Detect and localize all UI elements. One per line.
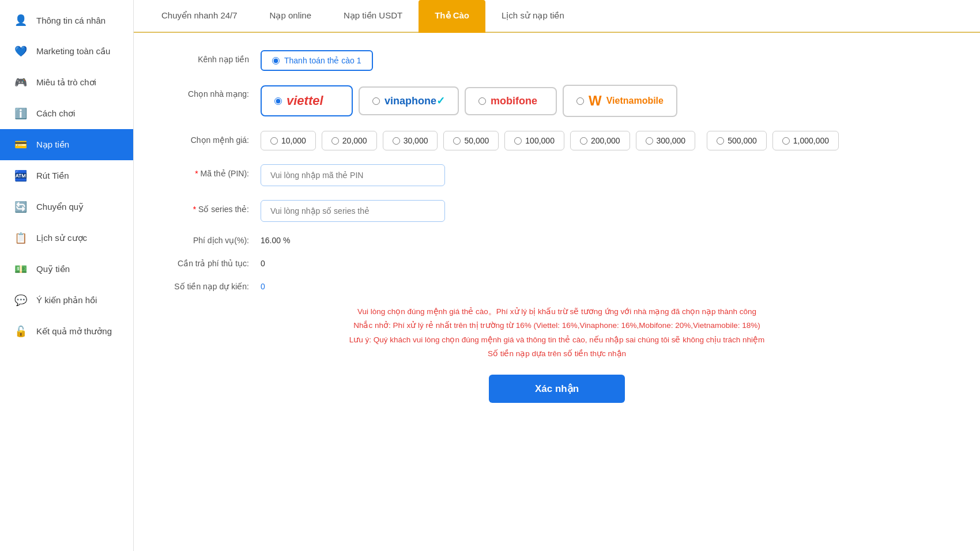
tab-online[interactable]: Nạp online (254, 0, 327, 33)
viettel-radio[interactable] (274, 97, 282, 105)
feedback-icon: 💬 (13, 293, 28, 308)
pin-input[interactable] (261, 164, 445, 186)
vinaphone-radio[interactable] (372, 97, 380, 105)
lottery-icon: 🔓 (13, 324, 28, 339)
denomination-row: Chọn mệnh giá: 10,000 20,000 30,000 50,0… (157, 131, 957, 150)
channel-radio-1[interactable] (272, 57, 280, 65)
main-content: Chuyển nhanh 24/7 Nạp online Nạp tiền US… (134, 0, 980, 551)
form-content: Kênh nạp tiền Thanh toán thẻ cào 1 Chọn … (134, 33, 980, 551)
tab-history[interactable]: Lịch sử nạp tiền (485, 0, 581, 33)
note-line4: Số tiền nạp dựa trên số tiền thực nhận (157, 347, 957, 361)
series-input[interactable] (261, 200, 445, 222)
tab-usdt[interactable]: Nạp tiền USDT (327, 0, 419, 33)
vietnamobile-label: Vietnamobile (606, 96, 664, 106)
denom-200000[interactable]: 200,000 (570, 131, 630, 150)
series-label: Số series thẻ: (157, 200, 249, 214)
note-line3: Lưu ý: Quý khách vui lòng chọn đúng mệnh… (157, 333, 957, 347)
denom-500000[interactable]: 500,000 (707, 131, 767, 150)
sidebar-label-fund: Quỹ tiền (36, 264, 70, 274)
denom-label-500000: 500,000 (728, 136, 757, 145)
denom-label-50000: 50,000 (464, 136, 489, 145)
network-viettel[interactable]: viettel (261, 85, 353, 116)
expected-amount-value: 0 (261, 282, 265, 291)
game-icon: 🎮 (13, 75, 28, 90)
note-line2: Nhắc nhở: Phí xử lý rẻ nhất trên thị trư… (157, 319, 957, 333)
denom-30000[interactable]: 30,000 (383, 131, 438, 150)
denomination-label: Chọn mệnh giá: (157, 131, 249, 145)
proc-fee-value: 0 (261, 259, 265, 268)
denom-10000[interactable]: 10,000 (261, 131, 316, 150)
tab-the-cao[interactable]: Thẻ Cào (419, 0, 485, 33)
denom-radio-50000[interactable] (453, 137, 461, 145)
denom-20000[interactable]: 20,000 (322, 131, 377, 150)
sidebar-item-marketing[interactable]: 💙 Marketing toàn cầu (0, 36, 133, 67)
denom-label-20000: 20,000 (342, 136, 367, 145)
sidebar-item-fund[interactable]: 💵 Quỹ tiền (0, 254, 133, 285)
submit-button[interactable]: Xác nhận (489, 375, 625, 403)
channel-row: Kênh nạp tiền Thanh toán thẻ cào 1 (157, 50, 957, 71)
denom-radio-20000[interactable] (331, 137, 339, 145)
fee-value: 16.00 % (261, 236, 290, 245)
sidebar-label-withdraw: Rút Tiền (36, 171, 69, 181)
denom-radio-300000[interactable] (646, 137, 653, 145)
network-vinaphone[interactable]: vinaphone✓ (359, 86, 459, 115)
sidebar-item-transfer[interactable]: 🔄 Chuyển quỹ (0, 191, 133, 222)
sidebar-item-deposit[interactable]: 💳 Nạp tiền (0, 129, 133, 160)
sidebar-item-game-desc[interactable]: 🎮 Miêu tả trò chơi (0, 67, 133, 98)
fund-icon: 💵 (13, 262, 28, 277)
network-controls: viettel vinaphone✓ mobifone W Vietnamobi… (261, 85, 957, 117)
sidebar-label-deposit: Nạp tiền (36, 139, 69, 150)
pin-label: Mã thẻ (PIN): (157, 164, 249, 178)
sidebar-item-feedback[interactable]: 💬 Ý kiến phản hồi (0, 285, 133, 316)
note-line1: Vui lòng chọn đúng mệnh giá thẻ cào。Phí … (157, 305, 957, 319)
vietnamobile-radio[interactable] (576, 97, 584, 105)
withdraw-icon: 🏧 (13, 168, 28, 183)
channel-label: Kênh nạp tiền (157, 50, 249, 64)
sidebar-item-withdraw[interactable]: 🏧 Rút Tiền (0, 160, 133, 191)
sidebar-item-profile[interactable]: 👤 Thông tin cá nhân (0, 5, 133, 36)
denom-label-100000: 100,000 (525, 136, 555, 145)
mobifone-radio[interactable] (478, 97, 486, 105)
denom-label-200000: 200,000 (591, 136, 620, 145)
channel-option-label: Thanh toán thẻ cào 1 (284, 56, 361, 65)
denomination-controls: 10,000 20,000 30,000 50,000 100,000 (261, 131, 957, 150)
network-mobifone[interactable]: mobifone (465, 87, 557, 115)
tab-fast-transfer[interactable]: Chuyển nhanh 24/7 (145, 0, 254, 33)
mobifone-label: mobifone (491, 95, 537, 107)
channel-option-1[interactable]: Thanh toán thẻ cào 1 (261, 50, 373, 71)
denom-label-30000: 30,000 (404, 136, 428, 145)
sidebar-label-game-desc: Miêu tả trò chơi (36, 77, 96, 88)
sidebar: 👤 Thông tin cá nhân 💙 Marketing toàn cầu… (0, 0, 134, 551)
sidebar-item-how-to-play[interactable]: ℹ️ Cách chơi (0, 98, 133, 129)
history-icon: 📋 (13, 231, 28, 246)
denom-100000[interactable]: 100,000 (504, 131, 564, 150)
wallet-icon: 💳 (13, 137, 28, 152)
denom-radio-200000[interactable] (580, 137, 587, 145)
heart-icon: 💙 (13, 44, 28, 59)
denom-radio-30000[interactable] (393, 137, 400, 145)
viettel-label: viettel (287, 93, 323, 108)
sidebar-item-bet-history[interactable]: 📋 Lịch sử cược (0, 222, 133, 254)
denom-radio-10000[interactable] (270, 137, 278, 145)
pin-controls (261, 164, 957, 186)
notes-section: Vui lòng chọn đúng mệnh giá thẻ cào。Phí … (157, 305, 957, 361)
pin-label-text: Mã thẻ (PIN): (201, 169, 249, 178)
denom-label-10000: 10,000 (281, 136, 306, 145)
network-vietnamobile[interactable]: W Vietnamobile (563, 85, 677, 117)
sidebar-label-lottery: Kết quả mở thưởng (36, 326, 112, 337)
denom-radio-1000000[interactable] (782, 137, 790, 145)
denom-radio-500000[interactable] (717, 137, 724, 145)
series-controls (261, 200, 957, 222)
network-label: Chọn nhà mạng: (157, 85, 249, 99)
sidebar-label-how-to-play: Cách chơi (36, 108, 75, 119)
denom-radio-100000[interactable] (514, 137, 522, 145)
channel-controls: Thanh toán thẻ cào 1 (261, 50, 957, 71)
sidebar-item-lottery[interactable]: 🔓 Kết quả mở thưởng (0, 316, 133, 347)
denom-1000000[interactable]: 1,000,000 (772, 131, 839, 150)
series-row: Số series thẻ: (157, 200, 957, 222)
denom-300000[interactable]: 300,000 (636, 131, 696, 150)
vinaphone-label: vinaphone✓ (385, 95, 445, 107)
expected-amount-row: Số tiền nạp dự kiến: 0 (157, 282, 957, 291)
person-icon: 👤 (13, 13, 28, 28)
denom-50000[interactable]: 50,000 (443, 131, 499, 150)
